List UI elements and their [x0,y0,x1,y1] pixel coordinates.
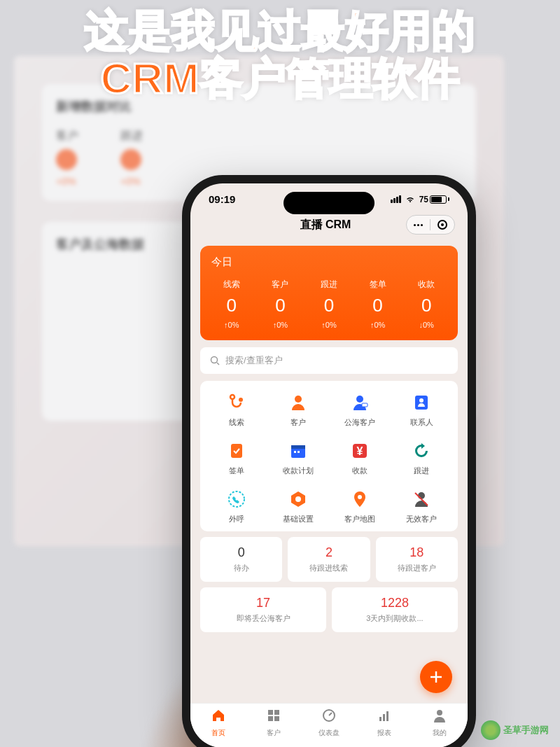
tile-label: 3天内到期收款... [337,613,452,624]
grid-label: 跟进 [391,466,452,476]
search-placeholder: 搜索/查重客户 [225,354,283,367]
grid-icon [267,708,281,726]
tile-4[interactable]: 1228 3天内到期收款... [332,587,458,632]
contact-icon [411,392,432,413]
grid-item-stethoscope[interactable]: 线索 [206,392,267,428]
search-input[interactable]: 搜索/查重客户 [200,347,458,374]
app-title: 直播 CRM [300,218,351,232]
svg-rect-9 [231,444,242,458]
stat-delta: ↑0% [207,321,256,329]
stat-item-3[interactable]: 签单 0 ↑0% [354,279,402,329]
signal-icon [391,195,401,203]
stat-item-4[interactable]: 收款 0 ↓0% [402,279,451,329]
svg-text:¥: ¥ [357,445,363,457]
grid-item-phone-out[interactable]: 外呼 [206,489,267,524]
svg-rect-11 [291,445,305,449]
refresh-icon [411,440,432,461]
gear-hex-icon [288,489,309,510]
grid-item-calendar[interactable]: 收款计划 [267,440,329,476]
stat-value: 0 [207,295,256,316]
notch [284,192,374,214]
tile-3[interactable]: 17 即将丢公海客户 [200,587,326,632]
tab-dashboard[interactable]: 仪表盘 [301,704,356,742]
grid-label: 线索 [206,417,267,428]
tile-label: 待办 [206,563,276,573]
grid-label: 基础设置 [267,514,329,524]
svg-rect-6 [362,403,368,407]
svg-point-18 [295,496,301,502]
grid-item-refresh[interactable]: 跟进 [391,440,452,476]
svg-line-29 [329,713,332,715]
svg-point-16 [229,491,244,507]
tile-0[interactable]: 0 待办 [200,537,282,582]
add-button[interactable] [420,661,452,693]
tile-1[interactable]: 2 待跟进线索 [288,537,370,582]
tile-2[interactable]: 18 待跟进客户 [376,537,458,582]
stat-value: 0 [256,295,305,316]
grid-item-person[interactable]: 客户 [267,392,329,428]
grid-item-person-public[interactable]: 公海客户 [329,392,391,428]
user-icon [433,708,447,726]
phone-screen: 09:19 75 直播 CRM 今日 线索 0 [190,183,468,747]
grid-label: 客户地图 [329,514,391,524]
stat-delta: ↓0% [402,321,451,329]
grid-label: 客户 [267,417,329,428]
svg-rect-26 [268,716,273,721]
tab-home[interactable]: 首页 [190,704,246,742]
phone-out-icon [226,489,247,510]
tile-label: 即将丢公海客户 [206,613,321,624]
svg-point-8 [419,398,424,403]
grid-label: 无效客户 [391,514,452,524]
tab-grid[interactable]: 客户 [246,704,301,742]
person-public-icon [349,392,370,413]
svg-point-0 [211,357,218,363]
stat-label: 收款 [402,279,451,291]
grid-item-yen[interactable]: ¥ 收款 [329,440,391,476]
tile-label: 待跟进线索 [293,563,364,573]
tab-user[interactable]: 我的 [412,704,468,742]
tab-label: 首页 [211,728,225,738]
tab-label: 我的 [433,728,447,738]
grid-item-gear-hex[interactable]: 基础设置 [267,489,329,524]
tab-report[interactable]: 报表 [357,704,412,742]
grid-label: 公海客户 [329,417,391,428]
grid-item-contact[interactable]: 联系人 [391,392,452,428]
stat-item-2[interactable]: 跟进 0 ↑0% [304,279,354,329]
tile-value: 0 [206,545,276,560]
clipboard-check-icon [226,440,247,461]
svg-point-33 [437,710,442,715]
stat-label: 线索 [207,279,256,291]
svg-point-19 [358,495,362,499]
miniapp-capsule[interactable] [406,215,455,235]
yen-icon: ¥ [349,440,370,461]
svg-rect-30 [379,717,382,721]
grid-label: 联系人 [391,417,452,428]
watermark: 圣草手游网 [481,720,549,740]
grid-item-person-void[interactable]: 无效客户 [391,489,452,524]
grid-item-clipboard-check[interactable]: 签单 [206,440,267,476]
stat-delta: ↑0% [354,321,402,329]
stat-item-0[interactable]: 线索 0 ↑0% [207,279,256,329]
close-miniapp-icon[interactable] [438,220,447,230]
search-icon [210,356,220,365]
svg-line-1 [217,363,219,365]
svg-rect-24 [268,710,273,715]
stethoscope-icon [226,392,247,413]
svg-rect-32 [386,711,388,721]
stat-delta: ↑0% [304,321,354,329]
calendar-icon [288,440,309,461]
grid-label: 签单 [206,466,267,476]
svg-point-2 [230,395,234,399]
svg-rect-12 [294,451,296,453]
feature-grid: 线索 客户 公海客户 联系人 签单 收款计划¥ 收款 跟进 外呼 基础设置 客户… [200,381,458,531]
tile-label: 待跟进客户 [382,563,452,573]
phone-frame: 09:19 75 直播 CRM 今日 线索 0 [182,175,476,747]
stat-item-1[interactable]: 客户 0 ↑0% [256,279,305,329]
grid-label: 外呼 [206,514,267,524]
more-icon[interactable] [414,224,423,226]
grid-item-pin[interactable]: 客户地图 [329,489,391,524]
today-label: 今日 [207,256,451,269]
svg-point-5 [356,396,363,403]
home-icon [211,708,225,726]
tile-value: 1228 [337,596,452,610]
